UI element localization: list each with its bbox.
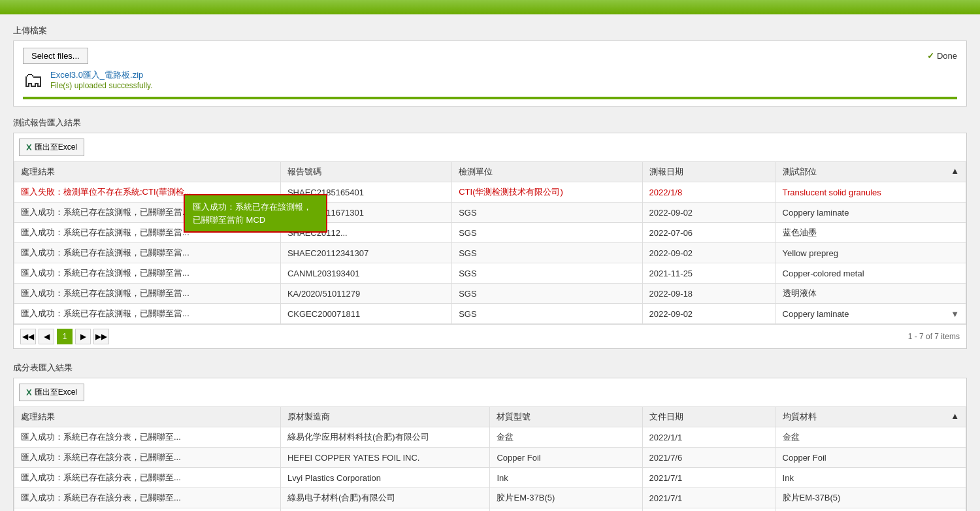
- th-model: 材質型號: [490, 407, 642, 427]
- page-next-btn[interactable]: ▶: [75, 329, 91, 344]
- file-name: Excel3.0匯入_電路板.zip: [50, 69, 153, 81]
- test-report-table: 處理結果 報告號碼 檢測單位 測報日期 測試部位 ▲ 匯入失敗：檢測單位不存在系…: [14, 161, 966, 324]
- td-docdate: 2021/7/1: [642, 468, 776, 488]
- select-files-button[interactable]: Select files...: [23, 48, 88, 64]
- progress-bar-container: [23, 97, 957, 99]
- td-unit: SGS: [452, 304, 642, 324]
- td-comp-result: 匯入成功：系統已存在該分表，已關聯至...: [14, 427, 281, 448]
- table-row: 匯入成功：系統已存在該分表，已關聯至... Lvyi Plastics Corp…: [14, 468, 966, 488]
- th-comp-result: 處理結果: [14, 407, 281, 427]
- td-date: 2022-09-18: [642, 284, 776, 304]
- td-report-no: SHAEC20112341307: [280, 243, 451, 263]
- td-date: 2022-07-06: [642, 223, 776, 243]
- page-1-btn[interactable]: 1: [57, 329, 73, 344]
- td-date: 2022-09-02: [642, 243, 776, 263]
- composition-title: 成分表匯入結果: [13, 362, 967, 374]
- td-model: Copper Foil: [490, 448, 642, 468]
- done-check-icon: ✓: [927, 51, 934, 61]
- td-model: 金盆: [490, 427, 642, 448]
- td-homo: 金盆: [776, 427, 966, 448]
- file-info: 🗂 Excel3.0匯入_電路板.zip File(s) uploaded su…: [23, 69, 957, 90]
- tooltip-popup: 匯入成功：系統已存在該測報，已關聯至當前 MCD: [184, 194, 327, 233]
- td-homo: 阳极磷铜▼: [776, 508, 966, 512]
- test-report-title: 測試報告匯入結果: [13, 117, 967, 129]
- test-report-section: 測試報告匯入結果 X 匯出至Excel 處理結果 報告號碼 檢測單位 測報日期 …: [13, 117, 967, 349]
- page-last-btn[interactable]: ▶▶: [93, 329, 109, 344]
- td-date: 2022-09-02: [642, 304, 776, 324]
- td-model: 阳极磷铜: [490, 508, 642, 512]
- td-maker: 綠易新材料科技有限公司: [280, 508, 490, 512]
- td-unit: SGS: [452, 263, 642, 284]
- td-unit: SGS: [452, 223, 642, 243]
- td-homo: Ink: [776, 468, 966, 488]
- th-maker: 原材製造商: [280, 407, 490, 427]
- td-result: 匯入成功：系統已存在該測報，已關聯至當...: [14, 284, 281, 304]
- main-content: 上傳檔案 Select files... ✓ Done 🗂 Excel3.0匯入…: [0, 14, 980, 511]
- test-report-pagination: ◀◀ ◀ 1 ▶ ▶▶ 1 - 7 of 7 items: [14, 324, 966, 348]
- td-maker: Lvyi Plastics Corporation: [280, 468, 490, 488]
- td-report-no: KA/2020/51011279: [280, 284, 451, 304]
- td-dept: Coppery laminate: [776, 203, 966, 223]
- td-comp-result: 匯入成功：系統已存在該分表，已關聯至...: [14, 488, 281, 508]
- upload-area: Select files... ✓ Done 🗂 Excel3.0匯入_電路板.…: [13, 41, 967, 107]
- composition-section: 成分表匯入結果 X 匯出至Excel 處理結果 原材製造商 材質型號 文件日期 …: [13, 362, 967, 511]
- top-bar: [0, 0, 980, 14]
- excel-icon: X: [26, 142, 32, 152]
- td-dept: Copper-colored metal: [776, 263, 966, 284]
- table-row: 匯入成功：系統已存在該分表，已關聯至... 綠易化学应用材料科技(合肥)有限公司…: [14, 427, 966, 448]
- done-text: Done: [937, 51, 957, 61]
- table-row: 匯入成功：系統已存在該分表，已關聯至... 綠易新材料科技有限公司 阳极磷铜 2…: [14, 508, 966, 512]
- th-report-no: 報告號碼: [280, 162, 451, 182]
- td-maker: HEFEI COPPER YATES FOIL INC.: [280, 448, 490, 468]
- table-row: 匯入成功：系統已存在該測報，已關聯至當... SHAEC20112... SGS…: [14, 223, 966, 243]
- upload-label: 上傳檔案: [13, 25, 967, 37]
- folder-icon: 🗂: [23, 69, 44, 90]
- td-result: 匯入成功：系統已存在該測報，已關聯至當...: [14, 243, 281, 263]
- td-homo: Copper Foil: [776, 448, 966, 468]
- td-model: Ink: [490, 468, 642, 488]
- td-dept: 透明液体: [776, 284, 966, 304]
- composition-export-button[interactable]: X 匯出至Excel: [19, 384, 84, 401]
- table-row: 匯入成功：系統已存在該測報，已關聯至當... SHAEC2011671301 S…: [14, 203, 966, 223]
- td-maker: 綠易电子材料(合肥)有限公司: [280, 488, 490, 508]
- table-row: 匯入成功：系統已存在該測報，已關聯至當... CANML203193401 SG…: [14, 263, 966, 284]
- th-date: 測報日期: [642, 162, 776, 182]
- th-homo: 均質材料 ▲: [776, 407, 966, 427]
- td-dept: 蓝色油墨: [776, 223, 966, 243]
- td-result: 匯入成功：系統已存在該測報，已關聯至當...: [14, 263, 281, 284]
- td-unit: CTI(华测检测技术有限公司): [452, 182, 642, 203]
- table-row: 匯入成功：系統已存在該分表，已關聯至... 綠易电子材料(合肥)有限公司 胶片E…: [14, 488, 966, 508]
- td-comp-result: 匯入成功：系統已存在該分表，已關聯至...: [14, 468, 281, 488]
- page-prev-btn[interactable]: ◀: [39, 329, 54, 344]
- progress-bar-fill: [23, 97, 957, 99]
- composition-table: 處理結果 原材製造商 材質型號 文件日期 均質材料 ▲ 匯入成功：系統已存在該分…: [14, 406, 966, 511]
- td-comp-result: 匯入成功：系統已存在該分表，已關聯至...: [14, 448, 281, 468]
- done-label: ✓ Done: [927, 51, 957, 61]
- table-row: 匯入成功：系統已存在該測報，已關聯至當... KA/2020/51011279 …: [14, 284, 966, 304]
- upload-row: Select files... ✓ Done: [23, 48, 957, 64]
- th-unit: 檢測單位: [452, 162, 642, 182]
- td-dept: Yellow prepreg: [776, 243, 966, 263]
- td-unit: SGS: [452, 243, 642, 263]
- page-first-btn[interactable]: ◀◀: [20, 329, 36, 344]
- table-row: 匯入失敗：檢測單位不存在系統:CTI(華測检... SHAEC218516540…: [14, 182, 966, 203]
- test-report-box: X 匯出至Excel 處理結果 報告號碼 檢測單位 測報日期 測試部位 ▲: [13, 133, 967, 349]
- td-date: 2022-09-02: [642, 203, 776, 223]
- table-row: 匯入成功：系統已存在該測報，已關聯至當... CKGEC200071811 SG…: [14, 304, 966, 324]
- td-maker: 綠易化学应用材料科技(合肥)有限公司: [280, 427, 490, 448]
- td-dept: Translucent solid granules: [776, 182, 966, 203]
- td-date: 2021-11-25: [642, 263, 776, 284]
- td-comp-result: 匯入成功：系統已存在該分表，已關聯至...: [14, 508, 281, 512]
- file-success-msg: File(s) uploaded successfully.: [50, 81, 153, 90]
- th-docdate: 文件日期: [642, 407, 776, 427]
- page-info: 1 - 7 of 7 items: [908, 332, 960, 341]
- excel-icon-2: X: [26, 387, 32, 397]
- test-report-export-button[interactable]: X 匯出至Excel: [19, 139, 84, 156]
- td-result: 匯入成功：系統已存在該測報，已關聯至當...: [14, 304, 281, 324]
- td-docdate: 2021/7/1: [642, 488, 776, 508]
- td-report-no: CKGEC200071811: [280, 304, 451, 324]
- test-report-export-label: 匯出至Excel: [35, 142, 77, 153]
- composition-export-label: 匯出至Excel: [35, 387, 77, 398]
- th-dept: 測試部位 ▲: [776, 162, 966, 182]
- td-homo: 胶片EM-37B(5): [776, 488, 966, 508]
